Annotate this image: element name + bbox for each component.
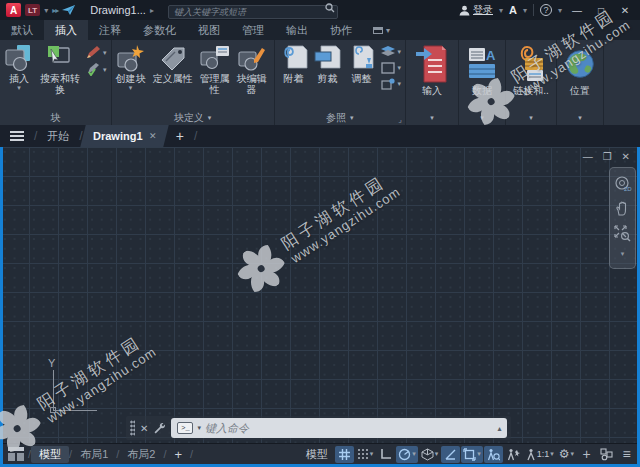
edit-attribute-single-button[interactable]: ▾ xyxy=(86,46,107,59)
close-button[interactable]: ✕ xyxy=(616,5,634,16)
annotation-autoscale-button[interactable] xyxy=(504,446,523,463)
frame-icon xyxy=(381,62,396,74)
workspace-switching-button[interactable]: ⚙ ▾ xyxy=(557,446,576,463)
clean-screen-button[interactable]: + xyxy=(577,446,596,463)
app-store-icon[interactable]: A xyxy=(509,4,517,16)
close-tab-icon[interactable]: ✕ xyxy=(148,131,156,141)
panel-expand-icon: ▾ xyxy=(208,114,212,122)
layout-separator: / xyxy=(190,448,193,460)
ribbon-collapse-icon xyxy=(373,27,383,34)
isometric-drafting-button[interactable]: ▾ xyxy=(419,446,441,463)
new-layout-button[interactable]: + xyxy=(167,447,191,462)
annotation-scale-value: 1:1 xyxy=(537,449,550,459)
share-plane-icon[interactable] xyxy=(62,5,76,16)
ribbon-tab-insert[interactable]: 插入 xyxy=(44,20,88,40)
annotation-visibility-button[interactable] xyxy=(484,446,503,463)
insert-block-icon xyxy=(3,43,35,73)
command-drag-handle[interactable] xyxy=(130,420,135,436)
layout-tab-model[interactable]: 模型 xyxy=(31,446,69,463)
ribbon-tab-output[interactable]: 输出 xyxy=(275,20,319,40)
panel-expand-icon: ▾ xyxy=(430,114,434,122)
layout-tab-layout1[interactable]: 布局1 xyxy=(72,446,116,463)
command-input-field[interactable]: >_ ▾ ▴ xyxy=(171,418,507,438)
location-button[interactable]: 位置 xyxy=(563,42,597,97)
import-button[interactable]: 输入 xyxy=(415,42,449,97)
adjust-button[interactable]: 调整 xyxy=(345,42,379,85)
panel-title-location[interactable]: ▾ xyxy=(557,110,603,125)
customization-menu-button[interactable]: ≡ xyxy=(617,446,636,463)
grid-display-button[interactable] xyxy=(335,446,354,463)
object-snap-button[interactable]: ▾ xyxy=(461,446,483,463)
search-input[interactable] xyxy=(168,5,338,19)
command-history-up-icon[interactable]: ▴ xyxy=(497,424,501,433)
panel-title-block-definition[interactable]: 块定义 ▾ xyxy=(112,110,274,125)
define-attributes-button[interactable]: 定义属性 xyxy=(148,42,198,85)
model-space-button[interactable]: 模型 xyxy=(300,447,334,462)
snap-mode-button[interactable]: ▾ xyxy=(355,446,376,463)
minimize-button[interactable]: — xyxy=(568,5,586,16)
drawing-minimize-button[interactable]: — xyxy=(583,151,593,162)
layout-tab-layout2[interactable]: 布局2 xyxy=(119,446,163,463)
ribbon-empty-space xyxy=(604,40,640,125)
block-editor-button[interactable]: 块编辑器 xyxy=(232,42,272,96)
tab-start[interactable]: 开始 xyxy=(37,125,79,147)
insert-block-button[interactable]: 插入 ▾ xyxy=(2,42,36,92)
command-input[interactable] xyxy=(205,422,493,434)
isolate-objects-button[interactable] xyxy=(597,446,616,463)
app-menu-chevron-down-icon[interactable]: ▾ xyxy=(44,6,48,15)
command-line[interactable]: ✕ >_ ▾ ▴ xyxy=(126,416,511,440)
ribbon-collapse-button[interactable]: ▾ xyxy=(367,20,396,40)
qat-expand-icon[interactable]: ▸▸ xyxy=(52,6,58,15)
link-extract-button[interactable]: 链接和.. xyxy=(512,42,550,97)
tab-drawing1[interactable]: Drawing1 ✕ xyxy=(80,125,169,147)
steering-wheel-button[interactable]: 2D xyxy=(614,176,632,192)
ribbon-tab-default[interactable]: 默认 xyxy=(0,20,44,40)
polar-tracking-button[interactable]: ▾ xyxy=(396,446,418,463)
panel-title-data[interactable]: ▾ xyxy=(459,110,505,125)
panel-title-import[interactable]: ▾ xyxy=(406,110,458,125)
clip-button[interactable]: 剪裁 xyxy=(311,42,345,85)
dialog-launcher-icon[interactable]: ⌟ xyxy=(398,115,402,124)
panel-title-block[interactable]: 块 xyxy=(0,110,111,125)
manage-attributes-button[interactable]: 管理属性 xyxy=(198,42,232,96)
sign-in-button[interactable]: 登录 xyxy=(459,3,493,17)
command-customize-wrench-icon[interactable] xyxy=(153,422,166,435)
zoom-extents-button[interactable] xyxy=(614,225,631,242)
create-block-button[interactable]: 创建块 ▾ xyxy=(114,42,148,92)
app-logo-icon[interactable]: A xyxy=(6,3,21,17)
drawing-close-button[interactable]: ✕ xyxy=(622,151,630,162)
frame-button[interactable]: ▾ xyxy=(381,62,402,74)
panel-title-reference[interactable]: 参照 ▾ ⌟ xyxy=(275,110,406,125)
layout-preview-icon[interactable] xyxy=(8,447,24,461)
command-close-icon[interactable]: ✕ xyxy=(140,423,148,434)
ribbon-tab-annotate[interactable]: 注释 xyxy=(88,20,132,40)
help-icon[interactable]: ? xyxy=(540,4,552,16)
appstore-chevron-down-icon[interactable]: ▾ xyxy=(523,6,527,15)
object-snap-tracking-button[interactable] xyxy=(441,446,460,463)
annotation-scale-button[interactable]: 1:1 ▾ xyxy=(524,446,556,463)
ribbon-tab-manage[interactable]: 管理 xyxy=(231,20,275,40)
ortho-mode-button[interactable] xyxy=(376,446,395,463)
ribbon-tab-collaborate[interactable]: 协作 xyxy=(319,20,363,40)
search-icon[interactable] xyxy=(325,3,335,13)
file-tabs-menu-icon[interactable] xyxy=(10,131,24,141)
maximize-button[interactable]: □ xyxy=(592,5,610,16)
help-chevron-down-icon[interactable]: ▾ xyxy=(558,6,562,15)
underlay-layers-button[interactable]: ▾ xyxy=(381,46,402,58)
new-tab-button[interactable]: + xyxy=(166,128,194,144)
command-prompt-icon[interactable]: >_ xyxy=(177,422,193,434)
pan-hand-button[interactable] xyxy=(615,201,631,216)
data-button[interactable]: A 数据 xyxy=(465,42,499,97)
ribbon-tab-view[interactable]: 视图 xyxy=(187,20,231,40)
panel-title-link-extract[interactable]: ▾ xyxy=(506,110,556,125)
drawing-canvas[interactable]: — ❐ ✕ 2D ▾ Y xyxy=(0,147,640,443)
edit-attribute-multiple-button[interactable]: ▾ xyxy=(86,63,107,76)
command-chevron-down-icon[interactable]: ▾ xyxy=(197,424,201,432)
search-convert-button[interactable]: 搜索和转换 xyxy=(36,42,84,96)
signin-chevron-down-icon[interactable]: ▾ xyxy=(499,6,503,15)
drawing-restore-button[interactable]: ❐ xyxy=(603,151,612,162)
attach-button[interactable]: 附着 xyxy=(277,42,311,85)
ribbon-tab-parametric[interactable]: 参数化 xyxy=(132,20,187,40)
snap-to-underlay-button[interactable]: ▾ xyxy=(381,78,402,90)
navbar-chevron-down-icon[interactable]: ▾ xyxy=(621,251,625,257)
